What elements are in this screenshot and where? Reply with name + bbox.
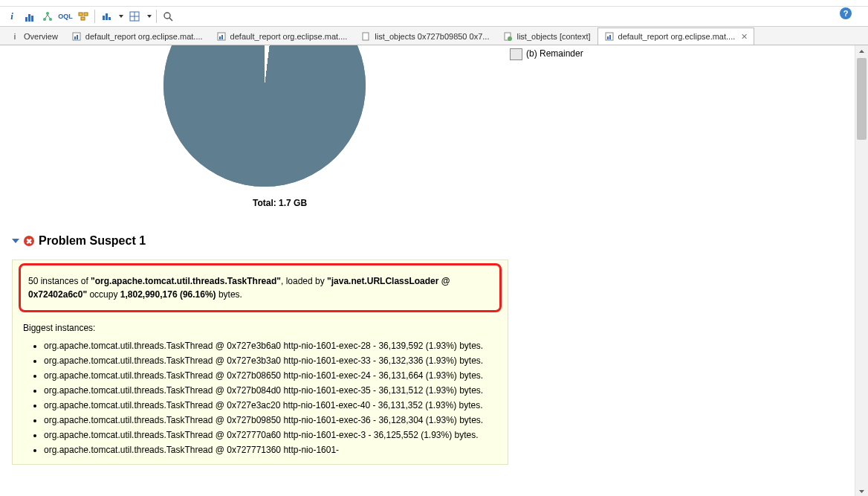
scroll-down-button[interactable] <box>855 486 868 496</box>
svg-rect-22 <box>363 33 369 40</box>
section-title: Problem Suspect 1 <box>39 234 146 248</box>
list-item: org.apache.tomcat.util.threads.TaskThrea… <box>44 413 497 427</box>
svg-rect-21 <box>221 35 223 39</box>
legend-label-remainder: (b) Remainder <box>526 48 583 59</box>
scroll-thumb[interactable] <box>857 58 867 140</box>
toolbar-dominator-button[interactable] <box>39 7 56 25</box>
tab-list-objects-1[interactable]: list_objects 0x727b09850 0x7... <box>354 28 496 45</box>
svg-rect-27 <box>609 35 611 39</box>
svg-rect-26 <box>607 36 609 39</box>
list-item: org.apache.tomcat.util.threads.TaskThrea… <box>44 369 497 382</box>
toolbar-query-dropdown[interactable] <box>143 7 154 25</box>
svg-rect-5 <box>79 13 82 16</box>
toolbar-oql-button[interactable]: OQL <box>56 7 74 25</box>
problem-description-box: 50 instances of "org.apache.tomcat.util.… <box>12 260 508 465</box>
svg-line-15 <box>169 18 172 21</box>
summary-bytes: 1,802,990,176 (96.16%) <box>120 289 216 300</box>
toolbar-separator <box>156 10 157 23</box>
svg-rect-10 <box>108 17 111 20</box>
summary-callout: 50 instances of "org.apache.tomcat.util.… <box>19 263 502 312</box>
section-header: ✖ Problem Suspect 1 <box>12 234 855 248</box>
scroll-up-button[interactable] <box>855 45 868 58</box>
toolbar-threads-button[interactable] <box>74 7 92 25</box>
toolbar-search-button[interactable] <box>159 7 177 25</box>
list-item: org.apache.tomcat.util.threads.TaskThrea… <box>44 384 497 397</box>
list-item: org.apache.tomcat.util.threads.TaskThrea… <box>44 399 497 412</box>
summary-tail: bytes. <box>216 289 242 300</box>
report-icon <box>71 31 82 42</box>
pie-chart-area: (b) Remainder <box>0 45 855 194</box>
toolbar-run-report-dropdown[interactable] <box>115 7 126 25</box>
tab-label: default_report org.eclipse.mat.... <box>618 32 736 41</box>
svg-rect-6 <box>84 13 88 16</box>
tab-list-objects-context[interactable]: list_objects [context] <box>496 28 597 45</box>
tab-default-report-2[interactable]: default_report org.eclipse.mat.... <box>210 28 354 45</box>
list-item: org.apache.tomcat.util.threads.TaskThrea… <box>44 428 497 442</box>
toolbar-histogram-button[interactable] <box>21 7 39 25</box>
tab-default-report-1[interactable]: default_report org.eclipse.mat.... <box>65 28 210 45</box>
report-icon <box>604 31 615 42</box>
list-item: org.apache.tomcat.util.threads.TaskThrea… <box>44 339 497 352</box>
svg-rect-20 <box>219 36 221 39</box>
legend-swatch-remainder <box>510 48 522 60</box>
window-top-strip <box>0 0 868 7</box>
svg-point-4 <box>49 18 52 21</box>
svg-rect-17 <box>74 36 76 39</box>
pie-total-label: Total: 1.7 GB <box>253 198 307 208</box>
tab-overview[interactable]: i Overview <box>3 28 65 45</box>
svg-point-3 <box>43 18 46 21</box>
vertical-scrollbar[interactable] <box>855 45 868 496</box>
scroll-track[interactable] <box>855 58 868 486</box>
report-icon <box>216 31 227 42</box>
biggest-instances-label: Biggest instances: <box>23 321 497 335</box>
summary-count: 50 <box>28 276 38 286</box>
tab-label: list_objects [context] <box>516 32 590 41</box>
report-content: (b) Remainder Total: 1.7 GB ✖ Problem Su… <box>0 45 855 496</box>
editor-tabs: i Overview default_report org.eclipse.ma… <box>0 27 868 45</box>
help-icon[interactable]: ? <box>840 7 852 19</box>
doc-icon <box>360 31 371 42</box>
summary-occupy-text: occupy <box>87 289 120 300</box>
svg-point-14 <box>164 13 170 19</box>
svg-rect-7 <box>81 17 85 20</box>
toolbar: i OQL ? <box>0 7 868 27</box>
toolbar-run-report-button[interactable] <box>97 7 115 25</box>
svg-point-24 <box>508 36 512 41</box>
svg-rect-8 <box>103 16 105 20</box>
tab-default-report-active[interactable]: default_report org.eclipse.mat.... ✕ <box>597 28 755 45</box>
toolbar-separator <box>94 10 95 23</box>
toolbar-query-button[interactable] <box>126 7 143 25</box>
tab-label: list_objects 0x727b09850 0x7... <box>375 32 489 41</box>
info-icon: i <box>10 31 20 42</box>
biggest-instances-list: org.apache.tomcat.util.threads.TaskThrea… <box>23 339 497 457</box>
collapse-toggle-icon[interactable] <box>12 239 19 243</box>
tab-label: default_report org.eclipse.mat.... <box>85 32 203 41</box>
list-item: org.apache.tomcat.util.threads.TaskThrea… <box>44 354 497 367</box>
list-item: org.apache.tomcat.util.threads.TaskThrea… <box>44 443 497 457</box>
close-icon[interactable]: ✕ <box>741 32 748 42</box>
summary-loaded-text: , loaded by <box>281 276 327 286</box>
svg-point-0 <box>46 12 49 15</box>
tab-label: Overview <box>24 32 58 41</box>
svg-rect-18 <box>77 35 78 39</box>
error-icon: ✖ <box>24 236 34 246</box>
tab-label: default_report org.eclipse.mat.... <box>230 32 348 41</box>
doc-icon <box>502 31 513 42</box>
svg-rect-9 <box>106 13 108 20</box>
summary-classname: "org.apache.tomcat.util.threads.TaskThre… <box>91 276 281 286</box>
toolbar-overview-button[interactable]: i <box>3 7 21 25</box>
pie-chart-slice-remainder <box>163 45 366 187</box>
